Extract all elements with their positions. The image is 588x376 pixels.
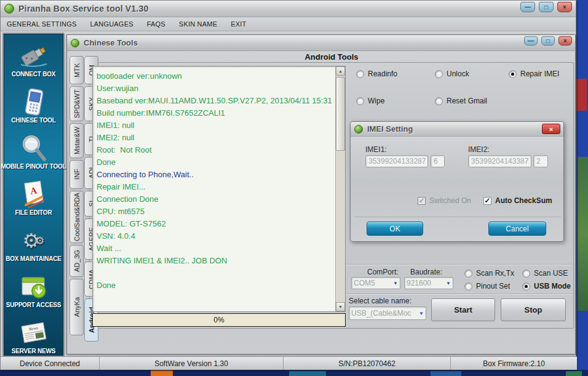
section-divider — [346, 264, 572, 265]
checkbox-switched-on[interactable]: ✓ Switched On — [418, 196, 471, 205]
tab-mstar-w[interactable]: Mstar&W — [70, 123, 84, 158]
sidebar-item-mobile-pinout-tool[interactable]: MOBILE PINOUT TOOL — [4, 126, 63, 172]
log-scrollbar[interactable]: ▲ ▼ — [335, 66, 345, 311]
stop-button[interactable]: Stop — [501, 298, 566, 321]
menu-general-settings[interactable]: GENERAL SETTINGS — [7, 20, 76, 28]
radio-label: Scan Rx,Tx — [476, 269, 514, 278]
sidebar-item-box-maintainace[interactable]: ⚙⚙ BOX MAINTAINACE — [4, 218, 63, 265]
close-icon: × — [563, 38, 567, 44]
menu-languages[interactable]: LANGUAGES — [90, 20, 133, 28]
log-line: WRITING IMEI1 & IMEI2.. JOB DON — [97, 255, 334, 267]
log-line: Wait ... — [97, 242, 334, 255]
minimize-button[interactable]: — — [520, 2, 535, 12]
child-minimize-button[interactable]: — — [524, 36, 538, 46]
radio-pinout-set[interactable]: Pinout Set — [464, 282, 510, 290]
radio-scan-rxtx[interactable]: Scan Rx,Tx — [464, 269, 514, 278]
radio-label: Pinout Set — [476, 282, 510, 290]
log-line: User:wujian — [97, 82, 334, 95]
sidebar: CONNECT BOX CHINESE TOOL — [2, 33, 65, 357]
tab-coolsand-rda[interactable]: CoolSand&RDA — [70, 191, 84, 243]
radio-icon — [356, 70, 364, 78]
checkbox-label: Auto CheckSum — [495, 196, 552, 205]
scroll-up-icon: ▲ — [338, 69, 343, 73]
sidebar-item-label: MOBILE PINOUT TOOL — [1, 163, 66, 170]
comport-label: ComPort: — [367, 268, 399, 276]
radio-label: Readinfo — [368, 70, 397, 78]
cable-name-label: Select cable name: — [349, 297, 411, 305]
chinese-tools-titlebar[interactable]: Chinese Tools — □ × — [67, 35, 575, 51]
imei2-field[interactable]: 35399204143387 — [468, 155, 531, 167]
tab-spd-wt[interactable]: SPD&WT — [70, 86, 84, 121]
sidebar-item-label: FILE EDITOR — [15, 209, 52, 216]
sidebar-item-chinese-tool[interactable]: CHINESE TOOL — [4, 80, 63, 126]
radio-repair-imei[interactable]: Repair IMEI — [509, 70, 559, 78]
cable-name-value: USB_(Cable&Moc — [351, 309, 418, 318]
comport-select[interactable]: COM5 ▼ — [351, 277, 400, 289]
sidebar-item-label: CHINESE TOOL — [11, 117, 55, 124]
status-serial-number: S/N:PB12070462 — [284, 357, 451, 370]
child-close-button[interactable]: × — [558, 36, 572, 46]
imei1-field[interactable]: 35399204133287 — [365, 155, 428, 167]
tab-mtk[interactable]: MTK — [70, 56, 84, 84]
radio-label: Reset Gmail — [447, 97, 487, 105]
sidebar-item-connect-box[interactable]: CONNECT BOX — [4, 34, 63, 80]
menu-skin-name[interactable]: SKIN NAME — [179, 20, 217, 28]
imei1-checkdigit-field[interactable]: 6 — [431, 155, 445, 167]
desktop-artifact — [578, 157, 588, 311]
scroll-up-button[interactable]: ▲ — [336, 66, 345, 76]
ok-button[interactable]: OK — [367, 222, 423, 236]
close-button[interactable]: × — [557, 2, 572, 12]
file-pencil-icon: A — [20, 180, 48, 209]
checkbox-auto-checksum[interactable]: ✓ Auto CheckSum — [483, 196, 552, 205]
log-line: Done — [97, 279, 334, 292]
imei-dialog-close-button[interactable]: × — [542, 124, 560, 134]
sidebar-item-server-news[interactable]: News SERVER NEWS — [4, 311, 63, 357]
desktop-artifact — [576, 79, 587, 111]
imei1-label: IMEI1: — [365, 145, 387, 154]
radio-scan-use[interactable]: Scan USE — [522, 269, 568, 278]
chinese-tools-title: Chinese Tools — [84, 38, 138, 47]
menu-faqs[interactable]: FAQS — [147, 20, 165, 28]
start-button[interactable]: Start — [431, 298, 495, 321]
dialog-divider — [354, 217, 561, 217]
child-maximize-button[interactable]: □ — [541, 36, 555, 46]
minimize-icon: — — [525, 4, 531, 10]
cancel-button[interactable]: Cancel — [488, 222, 546, 236]
menu-exit[interactable]: EXIT — [231, 20, 246, 28]
imei-dialog-titlebar[interactable]: IMEI Setting — [351, 122, 563, 137]
log-output[interactable]: bootloader ver:unknown User:wujian Baseb… — [93, 66, 335, 311]
gears-icon: ⚙⚙ — [23, 226, 45, 255]
scroll-down-button[interactable]: ▼ — [336, 302, 345, 311]
radio-label: Scan USE — [534, 269, 568, 278]
radio-icon — [522, 270, 530, 278]
log-line: Repair IMEI... — [97, 181, 334, 193]
log-line: MODEL: GT-S7562 — [97, 218, 334, 230]
radio-usb-mode[interactable]: USB Mode — [522, 282, 571, 290]
radio-wipe[interactable]: Wipe — [356, 97, 384, 105]
tab-ad-3g[interactable]: AD_3G — [70, 245, 84, 277]
maximize-icon: □ — [544, 4, 548, 10]
folder-download-icon — [19, 272, 49, 302]
tab-inf[interactable]: INF — [70, 160, 84, 189]
cable-name-select[interactable]: USB_(Cable&Moc ▼ — [349, 306, 426, 320]
sidebar-item-support-access[interactable]: SUPPORT ACCESS — [4, 265, 63, 311]
maximize-button[interactable]: □ — [539, 2, 554, 12]
dropdown-arrow-icon: ▼ — [445, 281, 451, 286]
main-titlebar[interactable]: Piranha Box Service tool V1.30 — □ × — [1, 1, 576, 17]
tab-anyka[interactable]: AnyKa — [70, 279, 84, 335]
radio-reset-gmail[interactable]: Reset Gmail — [435, 97, 487, 105]
baudrate-select[interactable]: 921600 ▼ — [404, 277, 453, 289]
radio-label: Wipe — [368, 97, 384, 105]
scrollbar-thumb[interactable] — [336, 77, 345, 151]
radio-readinfo[interactable]: Readinfo — [356, 70, 397, 78]
radio-unlock[interactable]: Unlock — [435, 70, 469, 78]
radio-label: USB Mode — [534, 282, 571, 290]
sidebar-item-label: SUPPORT ACCESS — [6, 302, 62, 308]
sidebar-item-file-editor[interactable]: A FILE EDITOR — [4, 172, 63, 218]
log-line: Build number:IMM76I.S7652ZCALI1 — [97, 107, 334, 119]
imei2-checkdigit-field[interactable]: 2 — [533, 155, 548, 167]
progress-value: 0% — [213, 316, 224, 324]
log-line: IMEI1: null — [97, 119, 334, 132]
log-line — [97, 267, 334, 279]
desktop-artifact — [566, 371, 582, 376]
